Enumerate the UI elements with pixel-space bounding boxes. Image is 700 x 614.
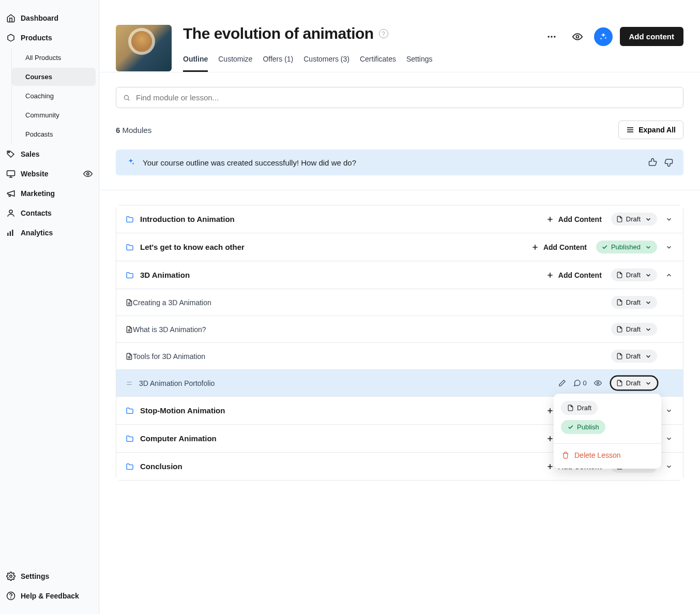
comments-button[interactable]: 0 — [573, 379, 587, 387]
nav-community[interactable]: Community — [12, 106, 96, 124]
help-circle-icon[interactable]: ? — [379, 29, 388, 38]
check-icon — [601, 244, 608, 250]
thumbs-up-button[interactable] — [648, 158, 658, 167]
nav-website[interactable]: Website — [0, 164, 99, 184]
nav-settings[interactable]: Settings — [0, 566, 99, 586]
module-row[interactable]: 3D Animation Add Content Draft — [116, 261, 683, 289]
nav-label: Analytics — [21, 229, 53, 237]
thumbs-down-button[interactable] — [664, 158, 673, 167]
status-pill[interactable]: Published — [596, 241, 657, 253]
nav-help[interactable]: Help & Feedback — [0, 586, 99, 606]
module-title: Computer Animation — [140, 434, 546, 443]
expand-all-button[interactable]: Expand All — [618, 121, 683, 139]
lesson-row[interactable]: Tools for 3D Animation Draft — [116, 343, 683, 370]
expand-toggle[interactable] — [665, 244, 674, 251]
status-label: Draft — [626, 271, 641, 279]
nav-label: Settings — [21, 572, 49, 580]
svg-point-12 — [554, 36, 555, 37]
search-input[interactable] — [116, 87, 683, 108]
lesson-title: 3D Animation Portofolio — [139, 379, 558, 387]
search-icon — [123, 94, 130, 101]
tab-outline[interactable]: Outline — [183, 55, 208, 72]
svg-point-2 — [87, 173, 89, 175]
nav-contacts[interactable]: Contacts — [0, 203, 99, 223]
status-pill[interactable]: Draft — [611, 296, 657, 309]
more-menu-button[interactable] — [542, 27, 561, 46]
nav-podcasts[interactable]: Podcasts — [12, 125, 96, 143]
trash-icon — [562, 452, 569, 459]
status-pill[interactable]: Draft — [611, 213, 657, 226]
lesson-row[interactable]: What is 3D Animation? Draft — [116, 316, 683, 343]
chevron-down-icon — [645, 216, 652, 223]
folder-icon — [126, 407, 134, 415]
header-actions: Add content — [542, 27, 684, 46]
nav-label: Website — [21, 170, 48, 178]
module-row[interactable]: Introduction to Animation Add Content Dr… — [116, 205, 683, 233]
lesson-row[interactable]: 3D Animation Portofolio 0 Draft Draft Pu… — [116, 370, 683, 397]
nav-all-products[interactable]: All Products — [12, 49, 96, 67]
module-title: Conclusion — [140, 462, 546, 471]
drag-handle-icon[interactable] — [126, 380, 133, 387]
page-title: The evolution of animation — [183, 25, 374, 42]
status-pill[interactable]: Draft — [611, 323, 657, 336]
expand-toggle[interactable] — [665, 407, 674, 414]
nav-dashboard[interactable]: Dashboard — [0, 8, 99, 28]
course-thumbnail[interactable] — [116, 25, 172, 71]
plus-icon — [531, 243, 539, 251]
nav-products[interactable]: Products — [0, 28, 99, 48]
folder-icon — [126, 215, 134, 223]
doc-icon — [126, 353, 133, 360]
preview-button[interactable] — [568, 27, 587, 46]
preview-lesson-button[interactable] — [594, 379, 602, 387]
ai-button[interactable] — [594, 27, 613, 46]
tab-customize[interactable]: Customize — [218, 55, 252, 72]
module-row[interactable]: Let's get to know each other Add Content… — [116, 233, 683, 261]
chevron-down-icon — [645, 272, 652, 279]
dropdown-draft-option[interactable]: Draft — [561, 401, 598, 415]
doc-icon — [616, 272, 623, 278]
expand-toggle[interactable] — [665, 272, 674, 279]
add-content-link[interactable]: Add Content — [546, 215, 602, 223]
nav-coaching[interactable]: Coaching — [12, 87, 96, 105]
box-icon — [6, 33, 16, 42]
svg-rect-5 — [10, 231, 11, 236]
dropdown-publish-option[interactable]: Publish — [561, 420, 605, 434]
add-content-link[interactable]: Add Content — [531, 243, 587, 251]
folder-icon — [126, 243, 134, 251]
success-banner: Your course outline was created successf… — [116, 149, 683, 175]
nav-label: Sales — [21, 150, 40, 158]
tab-customers[interactable]: Customers (3) — [303, 55, 349, 72]
status-label: Draft — [626, 215, 641, 223]
lesson-row[interactable]: Creating a 3D Animation Draft — [116, 289, 683, 316]
tab-settings[interactable]: Settings — [406, 55, 433, 72]
status-pill[interactable]: Draft — [611, 377, 657, 390]
expand-all-label: Expand All — [638, 126, 676, 134]
tab-certificates[interactable]: Certificates — [360, 55, 396, 72]
svg-point-3 — [9, 210, 12, 213]
nav-marketing[interactable]: Marketing — [0, 184, 99, 203]
svg-point-9 — [11, 597, 11, 598]
nav-label: Marketing — [21, 189, 55, 198]
plus-icon — [546, 215, 554, 223]
status-label: Published — [611, 243, 641, 251]
delete-lesson-button[interactable]: Delete Lesson — [561, 449, 654, 461]
status-label: Draft — [626, 352, 641, 360]
svg-point-15 — [597, 382, 599, 384]
nav-analytics[interactable]: Analytics — [0, 223, 99, 243]
nav-courses[interactable]: Courses — [12, 68, 96, 86]
status-pill[interactable]: Draft — [611, 268, 657, 281]
expand-toggle[interactable] — [665, 216, 674, 223]
nav-sales[interactable]: Sales — [0, 144, 99, 164]
edit-button[interactable] — [558, 379, 566, 387]
eye-icon[interactable] — [83, 169, 93, 178]
status-pill[interactable]: Draft — [611, 350, 657, 363]
expand-toggle[interactable] — [665, 463, 674, 470]
svg-point-14 — [124, 95, 128, 99]
svg-point-13 — [576, 35, 579, 38]
add-content-button[interactable]: Add content — [620, 27, 684, 46]
dropdown-separator — [554, 443, 661, 444]
expand-toggle[interactable] — [665, 435, 674, 442]
nav-products-sub: All Products Courses Coaching Community … — [11, 49, 99, 143]
tab-offers[interactable]: Offers (1) — [263, 55, 293, 72]
add-content-link[interactable]: Add Content — [546, 271, 602, 279]
